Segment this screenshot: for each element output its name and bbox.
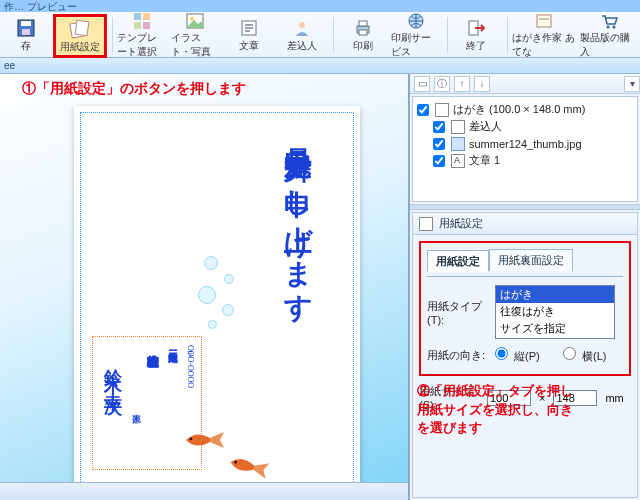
tree-root-label: はがき (100.0 × 148.0 mm) xyxy=(453,102,585,117)
paper-settings-button[interactable]: 用紙設定 xyxy=(53,14,107,58)
radio-landscape[interactable] xyxy=(563,347,576,360)
greeting-text[interactable]: 暑中見舞い申し上げます xyxy=(278,126,316,308)
page-icon xyxy=(435,103,449,117)
postcard-preview[interactable]: 暑中見舞い申し上げます 〒OOO-OOOO 埼玉県春日部市中島四ー七ー六 株式会… xyxy=(74,106,360,500)
toolbar-label: 用紙設定 xyxy=(60,40,100,54)
svg-rect-2 xyxy=(22,29,30,35)
globe-icon xyxy=(406,11,426,31)
svg-rect-21 xyxy=(537,15,551,27)
tree-label: summer124_thumb.jpg xyxy=(469,138,582,150)
properties-panel: 用紙設定 用紙設定 用紙裏面設定 用紙タイプ(T): はがき 往復はがき サイズ… xyxy=(412,212,638,498)
insert-object-button[interactable]: 差込人 xyxy=(276,14,327,56)
toolbar-label: 終了 xyxy=(466,39,486,53)
toolbar-label: イラスト・写真 xyxy=(171,31,220,59)
svg-rect-7 xyxy=(134,22,141,29)
radio-label: 縦(P) xyxy=(514,350,540,362)
svg-rect-1 xyxy=(21,21,31,26)
orientation-row: 用紙の向き: 縦(P) 横(L) xyxy=(427,347,623,364)
cart-icon xyxy=(599,11,619,31)
layer-btn-2[interactable]: ⓘ xyxy=(434,76,450,92)
layer-toolbar: ▭ ⓘ ↑ ↓ ▾ xyxy=(410,74,640,94)
annotation-2: ②「用紙設定」タブを押し 用紙サイズを選択し、向き を選びます xyxy=(417,382,573,437)
orientation-landscape[interactable]: 横(L) xyxy=(563,347,623,364)
toolbar-label: はがき作家 あてな xyxy=(512,31,576,59)
toolbar-label: 印刷 xyxy=(353,39,373,53)
svg-rect-8 xyxy=(143,22,150,29)
toolbar-separator xyxy=(333,17,334,53)
paper-type-option[interactable]: はがき xyxy=(496,286,614,303)
tree-check[interactable] xyxy=(433,121,445,133)
tree-item-sashiire[interactable]: 差込人 xyxy=(417,118,633,135)
radio-label: 横(L) xyxy=(582,350,606,362)
paper-type-listbox[interactable]: はがき 往復はがき サイズを指定 xyxy=(495,285,615,339)
addr-name: 鈴木 幸次 xyxy=(101,355,125,390)
text-button[interactable]: 文章 xyxy=(223,14,274,56)
toolbar-separator xyxy=(112,17,113,53)
svg-point-15 xyxy=(299,22,305,28)
exit-button[interactable]: 終了 xyxy=(451,14,502,56)
object-icon xyxy=(451,120,465,134)
addr-postal: 〒OOO-OOOO xyxy=(184,345,195,388)
properties-title-label: 用紙設定 xyxy=(439,216,483,231)
template-select-button[interactable]: テンプレート選択 xyxy=(116,14,167,56)
layer-up-icon[interactable]: ↑ xyxy=(454,76,470,92)
main-toolbar: 存 用紙設定 テンプレート選択 イラスト・写真 文章 差込人 xyxy=(0,12,640,58)
tree-root[interactable]: はがき (100.0 × 148.0 mm) xyxy=(417,101,633,118)
tab-paper-back[interactable]: 用紙裏面設定 xyxy=(489,249,573,271)
toolbar-separator xyxy=(507,17,508,53)
tree-root-check[interactable] xyxy=(417,104,429,116)
horizontal-scrollbar[interactable] xyxy=(0,482,408,500)
buy-product-button[interactable]: 製品版の購入 xyxy=(579,14,638,56)
floppy-icon xyxy=(16,17,36,39)
layer-menu-icon[interactable]: ▾ xyxy=(624,76,640,92)
paper-type-option[interactable]: サイズを指定 xyxy=(496,320,614,337)
svg-rect-18 xyxy=(359,30,367,35)
tree-label: 差込人 xyxy=(469,119,502,134)
print-service-button[interactable]: 印刷サービス xyxy=(390,14,441,56)
canvas-area[interactable]: ①「用紙設定」のボタンを押します 暑中見舞い申し上げます 〒OOO-OOOO 埼… xyxy=(0,74,410,500)
tree-check[interactable] xyxy=(433,138,445,150)
toolbar-label: 文章 xyxy=(239,39,259,53)
tree-label: 文章 1 xyxy=(469,153,500,168)
grid-icon xyxy=(132,11,152,31)
svg-rect-6 xyxy=(143,13,150,20)
person-icon xyxy=(292,17,312,39)
tab-paper-settings[interactable]: 用紙設定 xyxy=(427,250,489,272)
sender-address-block[interactable]: 〒OOO-OOOO 埼玉県春日部市中島四ー七ー六 株式会社鈴木商事 人事部 鈴木… xyxy=(92,336,202,470)
tree-item-image[interactable]: summer124_thumb.jpg xyxy=(417,135,633,152)
svg-point-10 xyxy=(190,17,194,21)
highlight-box-2: 用紙設定 用紙裏面設定 用紙タイプ(T): はがき 往復はがき サイズを指定 xyxy=(419,241,631,376)
properties-tabs: 用紙設定 用紙裏面設定 xyxy=(427,249,623,271)
svg-rect-5 xyxy=(134,13,141,20)
paper-type-row: 用紙タイプ(T): はがき 往復はがき サイズを指定 xyxy=(427,285,623,339)
toolbar-label: テンプレート選択 xyxy=(117,31,166,59)
picture-icon xyxy=(185,11,205,31)
layer-btn-1[interactable]: ▭ xyxy=(414,76,430,92)
paper-type-label: 用紙タイプ(T): xyxy=(427,299,487,326)
svg-point-23 xyxy=(606,26,609,29)
exit-icon xyxy=(466,17,486,39)
illustration-button[interactable]: イラスト・写真 xyxy=(170,14,221,56)
size-unit: mm xyxy=(605,392,623,404)
card-icon xyxy=(534,11,554,31)
radio-portrait[interactable] xyxy=(495,347,508,360)
bubbles-decoration xyxy=(194,256,254,346)
paper-type-option[interactable]: 往復はがき xyxy=(496,303,614,320)
toolbar-separator xyxy=(447,17,448,53)
save-button[interactable]: 存 xyxy=(0,14,51,56)
print-button[interactable]: 印刷 xyxy=(337,14,388,56)
tree-item-text[interactable]: 文章 1 xyxy=(417,152,633,169)
textblock-icon xyxy=(451,154,465,168)
toolbar-label: 存 xyxy=(21,39,31,53)
svg-rect-4 xyxy=(75,20,89,36)
right-panel: ▭ ⓘ ↑ ↓ ▾ はがき (100.0 × 148.0 mm) 差込人 sum… xyxy=(410,74,640,500)
layer-down-icon[interactable]: ↓ xyxy=(474,76,490,92)
layer-tree[interactable]: はがき (100.0 × 148.0 mm) 差込人 summer124_thu… xyxy=(412,96,638,202)
image-icon xyxy=(451,137,465,151)
orientation-portrait[interactable]: 縦(P) xyxy=(495,347,555,364)
annotation-1: ①「用紙設定」のボタンを押します xyxy=(22,80,246,98)
tree-check[interactable] xyxy=(433,155,445,167)
atena-button[interactable]: はがき作家 あてな xyxy=(511,14,577,56)
panel-splitter[interactable] xyxy=(410,204,640,210)
main-area: ①「用紙設定」のボタンを押します 暑中見舞い申し上げます 〒OOO-OOOO 埼… xyxy=(0,74,640,500)
